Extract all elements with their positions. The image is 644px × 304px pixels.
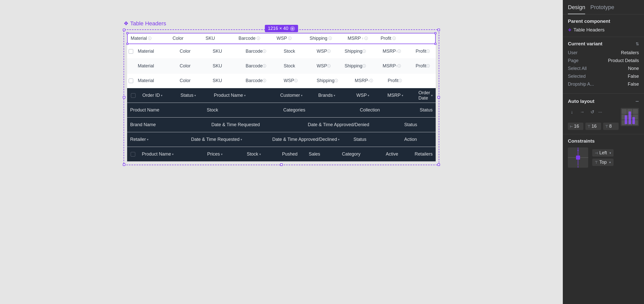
constraint-left-chevron: ▾ — [609, 151, 611, 155]
info-icon-barcode: ⓘ — [257, 36, 260, 41]
header-cell-sku: SKU — [202, 33, 235, 44]
canvas-area: ❖ Table Headers 1216 × 40 + — [0, 0, 563, 304]
handle-tl[interactable] — [123, 29, 125, 31]
pcheck-cell-retailers: Retailers — [412, 151, 436, 157]
auto-layout-controls: ↓ → ↺ ··· — [568, 108, 619, 116]
data-cell-barcode-1: Barcode ⓘ — [243, 49, 281, 54]
layout-direction-right[interactable]: → — [578, 108, 586, 116]
size-tooltip: 1216 × 40 + — [265, 25, 298, 32]
handle-left[interactable] — [123, 96, 125, 99]
right-panel: Design Prototype Parent component ❖ Tabl… — [563, 0, 644, 304]
data-row-2: Material Color SKU Barcode ⓘ Stock WSP ⓘ… — [127, 59, 436, 73]
variant-label-selected: Selected — [568, 74, 586, 79]
info-icon-shipping: ⓘ — [328, 36, 332, 41]
variant-value-page: Product Details — [608, 58, 639, 63]
brand-cell-datereq: Date & Time Requested — [208, 122, 305, 127]
variant-settings-icon[interactable]: ⇅ — [636, 42, 639, 46]
order-cell-customer: Customer ▾ — [277, 93, 315, 98]
header-cell-material: Material ⓘ — [128, 33, 170, 44]
parent-component-row: ❖ Table Headers — [568, 27, 639, 33]
order-checkbox[interactable] — [131, 93, 135, 98]
data-cell-color-3: Color — [177, 78, 210, 83]
inner-handle-tr[interactable] — [434, 32, 436, 34]
parent-component-section: Parent component ❖ Table Headers — [563, 14, 644, 37]
add-button[interactable]: + — [290, 26, 295, 31]
pcheck-cell-stock: Stock ▾ — [244, 151, 279, 157]
constraint-center — [576, 156, 580, 160]
header-cell-color: Color — [170, 33, 202, 44]
data-cell-shipping-1: Shipping ⓘ — [342, 49, 380, 54]
layout-direction-down[interactable]: ↓ — [568, 108, 576, 116]
inner-selected[interactable]: Material ⓘ Color SKU Barcode ⓘ — [127, 33, 436, 44]
layout-wrap[interactable]: ↺ — [588, 108, 596, 116]
constraint-top-dropdown[interactable]: ⊤ Top ▾ — [592, 159, 614, 166]
order-cell-wsp: WSP ▾ — [353, 93, 384, 98]
selection-box[interactable]: 1216 × 40 + Material ⓘ — [124, 29, 439, 165]
data-cell-sku-3: SKU — [210, 78, 243, 83]
spacing-field-v[interactable]: ⊤ 16 — [585, 123, 601, 130]
info-icon-wsp1: ⓘ — [288, 36, 292, 41]
dark-row-productcheck: Product Name ▾ Prices ▾ Stock ▾ Pushed S… — [127, 147, 436, 162]
data-cell-barcode-2: Barcode ⓘ — [243, 63, 281, 69]
constraint-top-label: Top — [599, 160, 607, 165]
data-cell-sku-2: SKU — [210, 63, 243, 69]
data-cell-material-3: Material — [135, 78, 177, 83]
dark-row-brand: Brand Name Date & Time Requested Date & … — [127, 118, 436, 132]
data-cell-color-2: Color — [177, 63, 210, 69]
tab-design[interactable]: Design — [568, 4, 585, 14]
checkbox-cell-3[interactable] — [127, 79, 135, 83]
checkbox-1[interactable] — [129, 49, 133, 54]
component-wrapper: ❖ Table Headers 1216 × 40 + — [124, 20, 439, 165]
bar-3 — [632, 117, 635, 124]
pcheck-cell-prices: Prices ▾ — [204, 151, 244, 157]
inner-handle-br[interactable] — [434, 43, 436, 45]
tab-prototype[interactable]: Prototype — [590, 4, 614, 14]
info-icon-profit: ⓘ — [392, 36, 396, 41]
panel-tabs: Design Prototype — [563, 0, 644, 14]
variant-label-user: User — [568, 50, 578, 55]
data-row-3: Material Color SKU Barcode ⓘ WSP ⓘ Shipp… — [127, 73, 436, 88]
pcheck-cell-sales: Sales — [306, 151, 339, 157]
data-cell-material-1: Material — [135, 49, 177, 54]
auto-layout-more[interactable]: ··· — [598, 109, 602, 115]
handle-right[interactable] — [437, 96, 440, 99]
checkbox-cell-1[interactable] — [127, 49, 135, 54]
handle-br[interactable] — [437, 163, 440, 166]
data-cell-profit-2: Profit ⓘ — [413, 63, 436, 69]
data-cell-stock-2: Stock — [281, 63, 314, 69]
component-label-text: Table Headers — [130, 20, 166, 27]
pcheck-checkbox[interactable] — [131, 152, 135, 157]
data-cell-profit-3: Profit ⓘ — [385, 78, 436, 83]
spacing-field-h[interactable]: ⊢ 16 — [568, 123, 583, 130]
spacing-field-gap[interactable]: ⊤ 8 — [603, 123, 619, 130]
constraint-left-label: Left — [599, 150, 607, 156]
variant-value-user: Retailers — [621, 50, 639, 55]
order-check-cell[interactable] — [127, 93, 139, 98]
spacing-gap-value: 8 — [609, 124, 612, 129]
retailer-cell-action: Action — [401, 137, 436, 142]
info-icon-material: ⓘ — [148, 36, 151, 41]
handle-tr[interactable] — [437, 29, 440, 31]
data-cell-msrp-3: MSRP ↑ ⓘ — [352, 78, 385, 83]
variant-row-user: User Retailers — [568, 50, 639, 55]
parent-component-name: Table Headers — [573, 27, 605, 33]
data-cell-wsp-1: WSP ⓘ — [314, 49, 342, 54]
order-cell-msrp: MSRP ▾ — [384, 93, 415, 98]
inner-handle-tl[interactable] — [126, 32, 128, 34]
handle-bottom[interactable] — [280, 163, 283, 166]
data-cell-sku-1: SKU — [210, 49, 243, 54]
inner-handle-bl[interactable] — [126, 43, 128, 45]
constraint-left-dropdown[interactable]: ⊣ Left ▾ — [592, 149, 614, 157]
variant-section-title: Current variant ⇅ — [568, 41, 639, 47]
handle-bl[interactable] — [123, 163, 125, 166]
pcheck-cell[interactable] — [127, 152, 139, 157]
retailer-cell-status: Status — [350, 137, 401, 142]
product-cell-name: Product Name — [127, 107, 204, 113]
variant-row-selected: Selected False — [568, 74, 639, 79]
constraint-arrow-up: ▲ — [577, 148, 579, 151]
spacing-gap-icon: ⊤ — [605, 124, 608, 128]
selected-row-wrapper: 1216 × 40 + Material ⓘ — [127, 33, 436, 44]
header-row: Material ⓘ Color SKU Barcode ⓘ — [128, 33, 435, 44]
checkbox-3[interactable] — [129, 79, 133, 83]
auto-layout-remove[interactable]: − — [635, 98, 639, 105]
